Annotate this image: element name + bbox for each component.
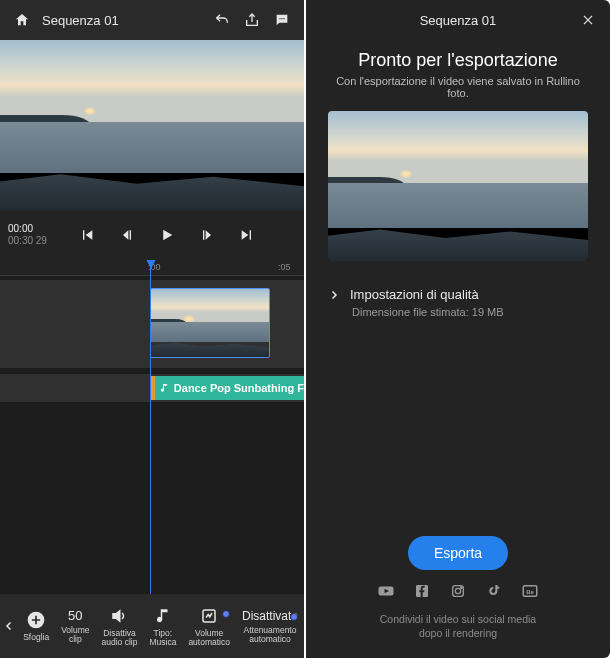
social-row: Be bbox=[377, 582, 539, 600]
browse-tool[interactable]: Sfoglia bbox=[17, 610, 55, 642]
indicator-dot bbox=[290, 613, 298, 621]
timeline[interactable]: :00 :05 Dance Pop Sunbathing F bbox=[0, 260, 304, 594]
facebook-icon[interactable] bbox=[413, 582, 431, 600]
audio-clip[interactable]: Dance Pop Sunbathing F bbox=[150, 376, 304, 400]
svg-point-0 bbox=[279, 18, 280, 19]
step-forward-icon[interactable] bbox=[198, 226, 216, 244]
plus-circle-icon bbox=[26, 610, 46, 630]
instagram-icon[interactable] bbox=[449, 582, 467, 600]
svg-point-9 bbox=[461, 587, 462, 588]
svg-point-1 bbox=[281, 18, 282, 19]
export-sequence-title: Sequenza 01 bbox=[420, 13, 497, 28]
play-icon[interactable] bbox=[158, 226, 176, 244]
toolbar-back-icon[interactable] bbox=[0, 620, 17, 632]
export-preview bbox=[328, 111, 588, 261]
skip-end-icon[interactable] bbox=[238, 226, 256, 244]
editor-panel: Sequenza 01 00:00 00:30 29 : bbox=[0, 0, 304, 658]
bottom-toolbar: Sfoglia 50 Volumeclip Disattivaaudio cli… bbox=[0, 594, 304, 658]
share-note: Condividi il video sui social media dopo… bbox=[380, 612, 536, 640]
export-button[interactable]: Esporta bbox=[408, 536, 508, 570]
comment-icon[interactable] bbox=[272, 10, 292, 30]
preview-area[interactable] bbox=[0, 40, 304, 210]
behance-icon[interactable]: Be bbox=[521, 582, 539, 600]
estimated-size: Dimensione file stimata: 19 MB bbox=[306, 306, 610, 328]
video-clip[interactable] bbox=[150, 288, 270, 358]
auto-volume-icon bbox=[199, 606, 219, 626]
youtube-icon[interactable] bbox=[377, 582, 395, 600]
indicator-dot bbox=[222, 610, 230, 618]
time-display: 00:00 00:30 29 bbox=[8, 223, 58, 248]
export-top-bar: Sequenza 01 bbox=[306, 0, 610, 40]
share-icon[interactable] bbox=[242, 10, 262, 30]
tiktok-icon[interactable] bbox=[485, 582, 503, 600]
auto-volume-tool[interactable]: Volumeautomatico bbox=[182, 606, 236, 647]
skip-start-icon[interactable] bbox=[78, 226, 96, 244]
export-subheading: Con l'esportazione il video viene salvat… bbox=[306, 75, 610, 111]
top-bar: Sequenza 01 bbox=[0, 0, 304, 40]
auto-duck-tool[interactable]: Disattivato Attenuamentoautomatico bbox=[236, 609, 304, 644]
volume-clip-tool[interactable]: 50 Volumeclip bbox=[55, 608, 95, 644]
mute-clip-tool[interactable]: Disattivaaudio clip bbox=[96, 606, 144, 647]
sequence-title: Sequenza 01 bbox=[42, 13, 202, 28]
playhead[interactable] bbox=[150, 260, 151, 594]
step-back-icon[interactable] bbox=[118, 226, 136, 244]
home-icon[interactable] bbox=[12, 10, 32, 30]
export-panel: Sequenza 01 Pronto per l'esportazione Co… bbox=[306, 0, 610, 658]
transport-row: 00:00 00:30 29 bbox=[0, 210, 304, 260]
close-icon[interactable] bbox=[578, 10, 598, 30]
speaker-icon bbox=[109, 606, 129, 626]
quality-settings-label: Impostazioni di qualità bbox=[350, 287, 479, 302]
quality-settings-row[interactable]: Impostazioni di qualità bbox=[306, 279, 610, 306]
type-music-tool[interactable]: Tipo:Musica bbox=[143, 606, 182, 647]
export-footer: Esporta Be Condividi il video sui social… bbox=[306, 536, 610, 658]
export-heading: Pronto per l'esportazione bbox=[306, 40, 610, 75]
current-time: 00:00 bbox=[8, 223, 58, 236]
undo-icon[interactable] bbox=[212, 10, 232, 30]
chevron-right-icon bbox=[328, 289, 340, 301]
music-icon bbox=[153, 606, 173, 626]
audio-track[interactable]: Dance Pop Sunbathing F bbox=[0, 374, 304, 402]
audio-clip-label: Dance Pop Sunbathing F bbox=[174, 382, 304, 394]
svg-text:Be: Be bbox=[526, 589, 534, 595]
music-note-icon bbox=[159, 382, 170, 394]
svg-point-2 bbox=[283, 18, 284, 19]
video-track[interactable] bbox=[0, 280, 304, 368]
svg-point-8 bbox=[455, 588, 460, 593]
